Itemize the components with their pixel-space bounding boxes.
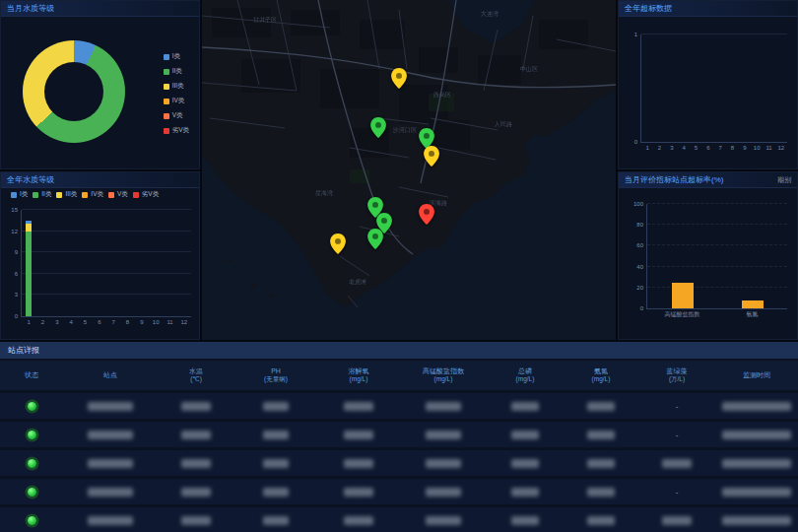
- value-cell: [158, 431, 234, 439]
- x-axis-tick: 11: [765, 145, 771, 151]
- value-cell: [638, 459, 715, 468]
- redacted-value: [722, 488, 791, 497]
- y-axis-tick: 40: [636, 264, 643, 270]
- value-cell: [487, 402, 564, 411]
- value-cell: [564, 516, 638, 525]
- value-cell: [715, 488, 798, 497]
- x-axis-tick: 9: [743, 145, 746, 151]
- x-axis-tick: 5: [695, 145, 698, 151]
- redacted-value: [662, 459, 692, 468]
- station-row[interactable]: -: [0, 422, 798, 447]
- value-cell: [487, 488, 564, 497]
- legend-item[interactable]: IV类: [164, 97, 189, 105]
- map-panel[interactable]: 甘井子区大连湾中山区西岗区沙河口区人民路星海湾滨海路老虎滩: [202, 0, 616, 340]
- chart-bar: [26, 221, 32, 225]
- redacted-value: [662, 516, 692, 525]
- value-cell: -: [638, 402, 715, 411]
- redacted-value: [181, 459, 211, 468]
- redacted-value: [426, 402, 461, 411]
- panel-month-quality: 当月水质等级 I类II类III类IV类V类劣V类: [0, 0, 200, 169]
- x-axis-tick: 12: [777, 145, 784, 151]
- chart-bar: [26, 232, 32, 316]
- y-axis-tick: 0: [15, 313, 18, 319]
- value-cell: [487, 431, 564, 439]
- column-header: 氨氮(mg/L): [564, 366, 638, 384]
- value-cell: [158, 488, 234, 497]
- value-cell: -: [638, 488, 715, 497]
- gridline: [22, 294, 191, 295]
- map-pin-warning[interactable]: [424, 146, 439, 166]
- station-row[interactable]: -: [0, 393, 798, 419]
- value-cell: [317, 459, 400, 468]
- station-row[interactable]: [0, 450, 798, 476]
- gridline: [647, 266, 787, 267]
- table-column-headers: 状态站点水温(℃)PH(无量纲)溶解氧(mg/L)高锰酸盐指数(mg/L)总磷(…: [0, 361, 798, 390]
- legend-item[interactable]: 劣V类: [164, 126, 189, 135]
- legend-item[interactable]: I类: [164, 52, 189, 61]
- map-pin-warning[interactable]: [330, 233, 346, 254]
- value-cell: [400, 431, 487, 439]
- station-name-cell: [63, 488, 158, 497]
- redacted-value: [181, 516, 211, 525]
- gridline: [22, 251, 191, 252]
- redacted-value: [181, 402, 211, 411]
- redacted-value: [511, 488, 539, 497]
- station-row[interactable]: -: [0, 479, 798, 504]
- legend-swatch: [164, 99, 169, 104]
- column-header: 站点: [63, 370, 158, 379]
- map-pin-alarm[interactable]: [419, 204, 434, 225]
- redacted-value: [511, 459, 539, 468]
- status-indicator: [28, 516, 36, 525]
- status-cell: [0, 488, 63, 497]
- redacted-value: [722, 431, 791, 439]
- y-axis-tick: 3: [15, 292, 18, 298]
- status-indicator: [28, 488, 36, 497]
- redacted-value: [263, 402, 289, 411]
- gridline: [22, 231, 191, 232]
- legend-swatch: [164, 54, 169, 60]
- legend-item[interactable]: V类: [164, 111, 189, 120]
- redacted-value: [426, 516, 461, 525]
- map-pin-normal[interactable]: [367, 229, 383, 249]
- x-axis-tick: 8: [731, 145, 734, 151]
- month-quality-donut-chart[interactable]: [23, 40, 125, 143]
- value-cell: [234, 431, 317, 439]
- redacted-value: [587, 431, 615, 439]
- map-pin-normal[interactable]: [370, 117, 386, 138]
- value-cell: [564, 402, 638, 411]
- x-axis-tick: 4: [69, 319, 72, 325]
- column-header: 总磷(mg/L): [487, 366, 564, 384]
- map-pin-warning[interactable]: [391, 68, 407, 89]
- panel-year-exceed: 全年超标数据 01123456789101112: [618, 0, 798, 169]
- redacted-value: [181, 431, 211, 439]
- x-axis-tick: 3: [55, 319, 58, 325]
- redacted-value: [722, 402, 791, 411]
- redacted-value: [587, 402, 615, 411]
- redacted-value: [426, 488, 461, 497]
- station-row[interactable]: [0, 507, 798, 532]
- legend-item[interactable]: II类: [164, 67, 189, 76]
- redacted-value: [263, 459, 289, 468]
- redacted-value: [344, 431, 373, 439]
- gridline: [22, 273, 191, 274]
- water-quality-dashboard: 当月水质等级 I类II类III类IV类V类劣V类 全年水质等级 I类II类III…: [0, 0, 798, 532]
- x-axis-tick: 6: [98, 319, 100, 325]
- legend-swatch: [164, 84, 169, 90]
- value-cell: [234, 488, 317, 497]
- value-cell: [234, 402, 317, 411]
- redacted-value: [263, 516, 289, 525]
- value-cell: [715, 516, 798, 525]
- y-axis-tick: 9: [15, 249, 18, 255]
- redacted-value: [88, 488, 133, 497]
- x-axis-tick: 4: [682, 145, 685, 151]
- chart-bar: [742, 300, 764, 308]
- value-cell: [564, 488, 638, 497]
- y-axis-tick: 60: [636, 242, 643, 248]
- x-axis-tick: 10: [754, 145, 761, 151]
- redacted-value: [511, 516, 539, 525]
- x-axis-tick: 6: [706, 145, 709, 151]
- redacted-value: [263, 488, 289, 497]
- empty-value: -: [676, 402, 679, 411]
- legend-item[interactable]: III类: [164, 82, 189, 91]
- map-pin-layer: [202, 0, 616, 340]
